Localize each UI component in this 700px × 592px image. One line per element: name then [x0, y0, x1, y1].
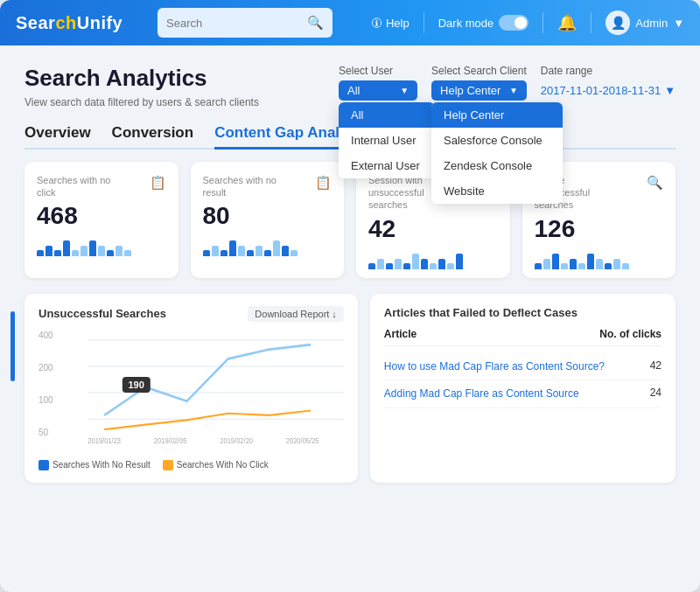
client-option-salesforce[interactable]: Salesforce Console [431, 128, 563, 153]
help-button[interactable]: 🛈 Help [371, 17, 410, 30]
client-select[interactable]: Help Center ▼ [431, 80, 527, 101]
articles-title: Articles that Failed to Deflect Cases [384, 306, 662, 319]
legend-label-no-click: Searches With No Click [177, 460, 269, 470]
svg-text:2019/02/05: 2019/02/05 [154, 436, 187, 445]
bar [107, 250, 114, 256]
help-label: Help [386, 17, 410, 30]
help-icon: 🛈 [371, 17, 382, 30]
articles-card: Articles that Failed to Deflect Cases Ar… [370, 294, 676, 483]
user-option-all[interactable]: All [339, 102, 435, 128]
logo-text: Sear [16, 13, 55, 33]
client-option-helpcenter[interactable]: Help Center [431, 102, 563, 128]
articles-col-clicks: No. of clicks [599, 328, 662, 340]
stat-label-no-result: Searches with noresult [203, 174, 276, 199]
user-filter-label: Select User [339, 65, 417, 77]
page-subtitle: View search data filtered by users & sea… [24, 95, 259, 110]
article-row-1: How to use Mad Cap Flare as Content Sour… [384, 353, 662, 381]
date-range-label: Date range [541, 65, 676, 77]
nav-divider-3 [591, 12, 592, 33]
stat-card-no-result: Searches with noresult 📋 80 [191, 162, 345, 278]
nav-divider-2 [542, 12, 543, 33]
bar [368, 263, 375, 269]
search-icon: 🔍 [307, 15, 324, 31]
bar [203, 250, 210, 256]
legend-no-click: Searches With No Click [163, 460, 269, 470]
search-input[interactable] [166, 17, 307, 30]
user-selected-value: All [347, 84, 360, 97]
stat-bars-unique-unsuccessful [535, 250, 664, 269]
download-icon: ↓ [332, 309, 337, 319]
user-select[interactable]: All ▼ [339, 80, 417, 101]
search-bar[interactable]: 🔍 [158, 8, 332, 38]
logo: SearchUnify [16, 13, 147, 33]
bar [578, 263, 585, 269]
user-dropdown-menu: All Internal User External User [339, 102, 435, 178]
legend-no-result: Searches With No Result [38, 460, 150, 470]
user-option-internal[interactable]: Internal User [339, 128, 435, 153]
bar [395, 259, 402, 269]
client-option-zendesk[interactable]: Zendesk Console [431, 153, 563, 178]
legend-dot-orange [163, 460, 173, 470]
bar [54, 250, 61, 256]
stat-icon-no-click: 📋 [150, 174, 166, 192]
legend-dot-blue [38, 460, 49, 470]
bar [247, 250, 254, 256]
bar [535, 263, 542, 269]
date-range-group: Date range 2017-11-01-2018-11-31 ▼ [541, 65, 676, 101]
stat-label-unsuccessful-session: Session withunsuccessfulsearches [368, 174, 424, 212]
chart-title: Unsuccessful Searches [38, 307, 166, 320]
bar [543, 259, 550, 269]
chart-bubble-value: 190 [128, 380, 144, 390]
stat-card-no-click: Searches with noclick 📋 468 [24, 162, 178, 278]
bar [282, 246, 289, 256]
bar [212, 246, 219, 256]
tab-conversion[interactable]: Conversion [112, 124, 194, 148]
client-selected-value: Help Center [440, 84, 500, 97]
user-menu[interactable]: 👤 Admin ▼ [606, 10, 684, 35]
articles-col-article: Article [384, 328, 416, 340]
download-report-button[interactable]: Download Report ↓ [248, 306, 344, 322]
bar [89, 240, 96, 256]
filters-row: Select User All ▼ All Internal User Exte… [339, 65, 676, 101]
stat-bars-no-result [203, 237, 332, 256]
bottom-row: Unsuccessful Searches Download Report ↓ … [24, 294, 676, 483]
chart-bubble: 190 [122, 377, 150, 393]
legend-label-no-result: Searches With No Result [52, 460, 150, 470]
bell-icon[interactable]: 🔔 [557, 13, 577, 32]
stat-icon-unique-unsuccessful: 🔍 [647, 174, 663, 192]
chart-header: Unsuccessful Searches Download Report ↓ [38, 306, 344, 322]
stat-bars-no-click [37, 237, 166, 256]
darkmode-toggle[interactable]: Dark mode [438, 15, 529, 31]
bar [63, 240, 70, 256]
toggle-pill[interactable] [499, 15, 528, 31]
bar [622, 263, 629, 269]
bar [116, 246, 122, 256]
bar [72, 250, 79, 256]
bar [124, 250, 131, 256]
page-title-block: Search Analytics View search data filter… [24, 65, 259, 110]
page-title: Search Analytics [24, 65, 259, 92]
bar [552, 254, 559, 269]
date-range-value[interactable]: 2017-11-01-2018-11-31 ▼ [541, 80, 676, 101]
client-filter-group: Select Search Client Help Center ▼ Help … [431, 65, 527, 101]
article-name-1[interactable]: How to use Mad Cap Flare as Content Sour… [384, 359, 650, 374]
bar [570, 259, 577, 269]
article-name-2[interactable]: Adding Mad Cap Flare as Content Source [384, 387, 650, 401]
chevron-down-icon-client: ▼ [509, 86, 518, 95]
client-option-website[interactable]: Website [431, 178, 563, 204]
nav-right: 🛈 Help Dark mode 🔔 👤 Admin ▼ [371, 10, 684, 35]
chevron-down-icon-date: ▼ [664, 84, 676, 97]
chart-accent-bar [10, 311, 15, 381]
bar [456, 254, 463, 269]
tab-overview[interactable]: Overview [24, 124, 91, 148]
user-filter-group: Select User All ▼ All Internal User Exte… [339, 65, 417, 101]
bar [386, 263, 393, 269]
chart-legend: Searches With No Result Searches With No… [38, 460, 344, 470]
bar [447, 263, 454, 269]
articles-table-header: Article No. of clicks [384, 328, 662, 346]
user-option-external[interactable]: External User [339, 153, 435, 178]
bar [46, 246, 52, 256]
bar [264, 250, 271, 256]
bar [596, 259, 603, 269]
client-filter-label: Select Search Client [431, 65, 527, 77]
